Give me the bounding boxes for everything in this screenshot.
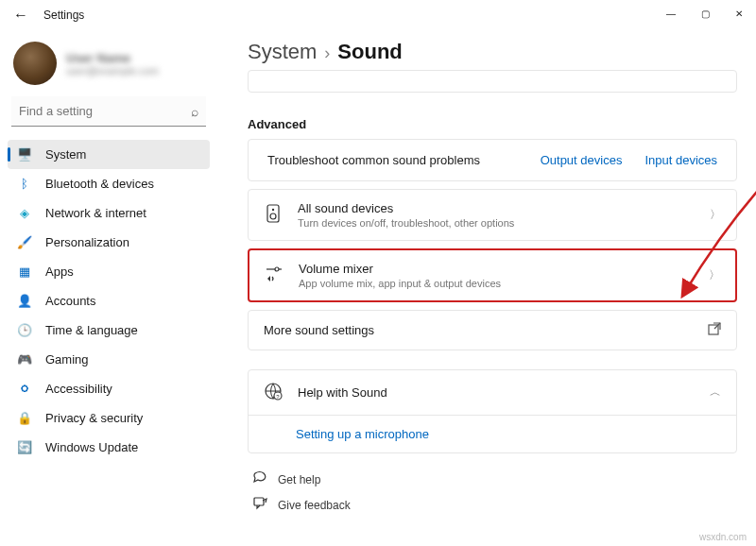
sidebar-item-windows-update[interactable]: 🔄Windows Update xyxy=(8,433,210,462)
help-header[interactable]: ? Help with Sound ︿ xyxy=(249,370,736,415)
card-spacer xyxy=(248,70,737,93)
get-help-link[interactable]: Get help xyxy=(248,467,737,492)
profile-email: user@example.com xyxy=(66,65,159,77)
nav-icon: ⭘ xyxy=(17,382,32,396)
nav-label: Apps xyxy=(45,264,74,279)
window-title: Settings xyxy=(43,9,84,22)
back-button[interactable]: ← xyxy=(8,2,34,28)
avatar xyxy=(13,42,57,85)
close-icon: ✕ xyxy=(735,9,743,19)
nav-icon: 🕒 xyxy=(17,323,32,337)
nav-label: Privacy & security xyxy=(45,411,143,425)
chevron-right-icon: 〉 xyxy=(710,207,721,223)
give-feedback-link[interactable]: Give feedback xyxy=(248,492,737,518)
sidebar-item-gaming[interactable]: 🎮Gaming xyxy=(8,345,210,374)
section-advanced: Advanced xyxy=(248,117,737,131)
svg-line-6 xyxy=(714,323,720,329)
nav-label: Gaming xyxy=(45,352,89,367)
nav-label: System xyxy=(45,147,86,162)
external-link-icon xyxy=(708,322,721,338)
get-help-label: Get help xyxy=(278,473,320,486)
sidebar-item-apps[interactable]: ▦Apps xyxy=(8,257,210,286)
nav-label: Personalization xyxy=(45,235,129,249)
watermark: wsxdn.com xyxy=(699,532,747,542)
mixer-icon xyxy=(265,265,284,285)
search-input[interactable] xyxy=(11,96,206,127)
give-feedback-label: Give feedback xyxy=(278,499,351,512)
maximize-icon: ▢ xyxy=(701,9,710,19)
all-devices-desc: Turn devices on/off, troubleshoot, other… xyxy=(298,217,695,229)
nav-icon: 🔄 xyxy=(17,440,32,454)
svg-point-4 xyxy=(275,267,279,271)
chevron-right-icon: 〉 xyxy=(709,267,720,283)
search-icon: ⌕ xyxy=(191,104,198,119)
nav-label: Windows Update xyxy=(45,440,138,454)
globe-help-icon: ? xyxy=(264,382,283,403)
nav-icon: ▦ xyxy=(17,264,32,279)
volume-mixer-desc: App volume mix, app input & output devic… xyxy=(299,278,694,289)
sidebar: User Name user@example.com ⌕ 🖥️SystemᛒBl… xyxy=(0,30,217,546)
minimize-icon: — xyxy=(666,9,676,19)
close-button[interactable]: ✕ xyxy=(722,0,756,26)
nav-label: Time & language xyxy=(45,323,138,337)
breadcrumb-current: Sound xyxy=(337,40,402,64)
help-title: Help with Sound xyxy=(298,385,695,400)
nav-icon: ◈ xyxy=(17,206,32,220)
sidebar-item-accessibility[interactable]: ⭘Accessibility xyxy=(8,374,210,403)
sidebar-item-accounts[interactable]: 👤Accounts xyxy=(8,286,210,316)
svg-rect-10 xyxy=(254,498,264,505)
card-troubleshoot: Troubleshoot common sound problems Outpu… xyxy=(248,139,737,181)
main-content: System › Sound Advanced Troubleshoot com… xyxy=(217,30,756,546)
breadcrumb-parent[interactable]: System xyxy=(248,40,317,64)
sidebar-item-personalization[interactable]: 🖌️Personalization xyxy=(8,228,210,257)
search-wrap: ⌕ xyxy=(11,96,206,127)
troubleshoot-label: Troubleshoot common sound problems xyxy=(267,153,525,167)
nav-label: Bluetooth & devices xyxy=(45,177,154,191)
card-volume-mixer[interactable]: Volume mixer App volume mix, app input &… xyxy=(248,248,737,302)
feedback-icon xyxy=(251,496,268,514)
nav-icon: 🎮 xyxy=(17,352,32,367)
nav-icon: 🔒 xyxy=(17,411,32,425)
help-icon xyxy=(251,470,268,488)
more-sound-title: More sound settings xyxy=(264,323,693,337)
arrow-left-icon: ← xyxy=(13,7,28,24)
sidebar-item-privacy-security[interactable]: 🔒Privacy & security xyxy=(8,403,210,433)
sidebar-item-bluetooth-devices[interactable]: ᛒBluetooth & devices xyxy=(8,169,210,198)
nav-label: Accounts xyxy=(45,294,95,308)
sidebar-item-system[interactable]: 🖥️System xyxy=(8,140,210,169)
link-setup-microphone[interactable]: Setting up a microphone xyxy=(296,427,429,441)
breadcrumb: System › Sound xyxy=(248,40,737,64)
profile-name: User Name xyxy=(66,51,159,65)
titlebar: ← Settings — ▢ ✕ xyxy=(0,0,756,30)
svg-point-2 xyxy=(270,213,276,219)
nav-icon: 🖥️ xyxy=(17,147,32,162)
nav-icon: 👤 xyxy=(17,294,32,308)
nav-label: Network & internet xyxy=(45,206,146,220)
all-devices-title: All sound devices xyxy=(298,201,695,215)
link-output-devices[interactable]: Output devices xyxy=(541,153,623,167)
link-input-devices[interactable]: Input devices xyxy=(644,153,717,167)
speaker-icon xyxy=(264,204,283,226)
nav-label: Accessibility xyxy=(45,382,112,396)
minimize-button[interactable]: — xyxy=(654,0,688,26)
svg-point-1 xyxy=(272,209,274,211)
nav-icon: 🖌️ xyxy=(17,235,32,249)
volume-mixer-title: Volume mixer xyxy=(299,262,694,276)
card-all-sound-devices[interactable]: All sound devices Turn devices on/off, t… xyxy=(248,189,737,241)
card-more-sound-settings[interactable]: More sound settings xyxy=(248,310,737,350)
card-help-with-sound: ? Help with Sound ︿ Setting up a microph… xyxy=(248,369,737,453)
sidebar-item-network-internet[interactable]: ◈Network & internet xyxy=(8,198,210,228)
nav-icon: ᛒ xyxy=(17,177,32,191)
footer-links: Get help Give feedback xyxy=(248,467,737,518)
chevron-up-icon: ︿ xyxy=(710,384,721,401)
nav-list: 🖥️SystemᛒBluetooth & devices◈Network & i… xyxy=(8,140,210,462)
chevron-right-icon: › xyxy=(324,43,330,63)
profile[interactable]: User Name user@example.com xyxy=(8,36,210,96)
sidebar-item-time-language[interactable]: 🕒Time & language xyxy=(8,316,210,345)
maximize-button[interactable]: ▢ xyxy=(688,0,722,26)
profile-info: User Name user@example.com xyxy=(66,51,159,77)
